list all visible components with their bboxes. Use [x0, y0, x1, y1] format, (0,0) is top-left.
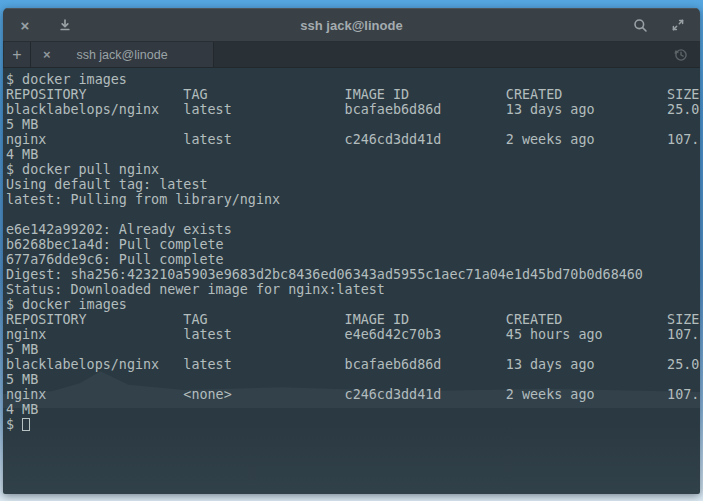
terminal-line: $ docker images: [6, 72, 700, 87]
terminal-line: REPOSITORY TAG IMAGE ID CREATED SIZE: [6, 87, 700, 102]
search-button[interactable]: [632, 17, 648, 33]
titlebar: × ssh jack@linode: [3, 8, 700, 42]
terminal-line: b6268bec1a4d: Pull complete: [6, 237, 700, 252]
terminal-line: Status: Downloaded newer image for nginx…: [6, 282, 700, 297]
terminal-line: 5 MB: [6, 342, 700, 357]
terminal-line: 4 MB: [6, 402, 700, 417]
tab-close-icon[interactable]: ×: [43, 42, 51, 67]
terminal-cursor: [22, 418, 30, 431]
terminal-line: Using default tag: latest: [6, 177, 700, 192]
terminal-line: $ docker images: [6, 297, 700, 312]
terminal-line: $: [6, 417, 700, 432]
terminal-line: 4 MB: [6, 147, 700, 162]
terminal-line: REPOSITORY TAG IMAGE ID CREATED SIZE: [6, 312, 700, 327]
tabbar-empty-area: [214, 42, 700, 67]
terminal-output[interactable]: $ docker imagesREPOSITORY TAG IMAGE ID C…: [3, 68, 700, 494]
history-icon: [673, 47, 689, 63]
download-button[interactable]: [57, 17, 73, 33]
window-title: ssh jack@linode: [3, 9, 700, 41]
terminal-line: nginx latest c246cd3dd41d 2 weeks ago 10…: [6, 132, 700, 147]
terminal-line: [6, 207, 700, 222]
terminal-line: e6e142a99202: Already exists: [6, 222, 700, 237]
terminal-line: blacklabelops/nginx latest bcafaeb6d86d …: [6, 357, 700, 372]
terminal-window: × ssh jack@linode: [3, 8, 700, 494]
close-window-button[interactable]: ×: [17, 17, 33, 33]
expand-button[interactable]: [670, 17, 686, 33]
tabbar: + × ssh jack@linode: [3, 42, 700, 68]
close-icon: ×: [21, 18, 30, 33]
expand-icon: [671, 18, 685, 32]
terminal-line: $ docker pull nginx: [6, 162, 700, 177]
terminal-line: nginx latest e4e6d42c70b3 45 hours ago 1…: [6, 327, 700, 342]
tab-ssh-session[interactable]: × ssh jack@linode: [31, 42, 214, 67]
search-icon: [633, 18, 648, 33]
history-button[interactable]: [673, 47, 689, 63]
terminal-line: Digest: sha256:423210a5903e9683d2bc8436e…: [6, 267, 700, 282]
terminal-bottom-glow: [3, 424, 700, 494]
titlebar-right-buttons: [632, 17, 686, 33]
terminal-line: 677a76dde9c6: Pull complete: [6, 252, 700, 267]
terminal-line: 5 MB: [6, 117, 700, 132]
terminal-line: latest: Pulling from library/nginx: [6, 192, 700, 207]
download-icon: [58, 18, 72, 32]
tab-label: ssh jack@linode: [76, 48, 167, 62]
titlebar-left-buttons: ×: [17, 17, 73, 33]
terminal-line: nginx <none> c246cd3dd41d 2 weeks ago 10…: [6, 387, 700, 402]
terminal-line: blacklabelops/nginx latest bcafaeb6d86d …: [6, 102, 700, 117]
new-tab-button[interactable]: +: [4, 42, 31, 67]
terminal-line: 5 MB: [6, 372, 700, 387]
